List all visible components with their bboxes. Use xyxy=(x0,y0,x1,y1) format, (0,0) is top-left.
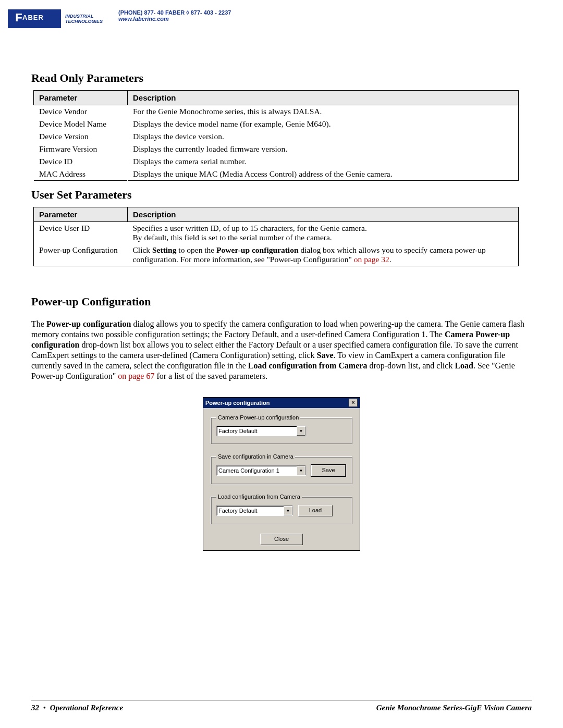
save-button[interactable]: Save xyxy=(311,465,346,476)
dialog-title: Power-up configuration xyxy=(205,400,270,406)
close-button[interactable]: Close xyxy=(260,534,303,545)
col-parameter: Parameter xyxy=(34,207,128,222)
combo-camera-powerup[interactable]: Factory Default ▼ xyxy=(216,426,306,436)
chevron-down-icon: ▼ xyxy=(297,466,305,475)
powerup-paragraph: The Power-up configuration dialog allows… xyxy=(31,319,532,381)
group-load-config: Load configuration from Camera Factory D… xyxy=(211,493,352,524)
close-icon[interactable]: × xyxy=(349,399,358,407)
page-footer: 32 • Operational Reference Genie Monochr… xyxy=(31,704,532,712)
footer-rule xyxy=(31,700,532,700)
document-title: Genie Monochrome Series-GigE Vision Came… xyxy=(376,704,532,712)
contact-block: (PHONE) 877- 40 FABER ◊ 877- 403 - 2237 … xyxy=(118,9,231,22)
table-row: Device VendorFor the Genie Monochrome se… xyxy=(34,105,519,118)
readonly-params-table: Parameter Description Device VendorFor t… xyxy=(33,90,519,181)
group-label: Camera Power-up configuration xyxy=(216,414,300,421)
col-parameter: Parameter xyxy=(34,91,128,105)
table-row: Power-up Configuration Click Setting to … xyxy=(34,244,519,266)
table-row: Device IDDisplays the camera serial numb… xyxy=(34,155,519,168)
heading-readonly: Read Only Parameters xyxy=(31,71,532,85)
col-description: Description xyxy=(128,91,519,105)
logo-text: ABER xyxy=(22,11,56,24)
group-label: Save configuration in Camera xyxy=(216,453,295,460)
group-save-config: Save configuration in Camera Camera Conf… xyxy=(211,453,352,484)
faber-logo: F ABER xyxy=(8,9,60,27)
logo-tagline: Industrial Technologies xyxy=(65,14,103,24)
load-button[interactable]: Load xyxy=(298,505,333,516)
group-camera-powerup: Camera Power-up configuration Factory De… xyxy=(211,414,352,444)
userset-params-table: Parameter Description Device User ID Spe… xyxy=(33,207,519,266)
heading-powerup: Power-up Configuration xyxy=(31,295,532,309)
heading-userset: User Set Parameters xyxy=(31,188,532,202)
xref-link[interactable]: on page 67 xyxy=(116,372,154,380)
powerup-dialog: Power-up configuration × Camera Power-up… xyxy=(203,397,360,551)
table-row: Device User ID Specifies a user written … xyxy=(34,222,519,244)
chevron-down-icon: ▼ xyxy=(297,426,305,436)
logo-letter-f: F xyxy=(15,11,22,24)
table-row: Device Model NameDisplays the device mod… xyxy=(34,118,519,130)
website-url: www.faberinc.com xyxy=(118,16,231,22)
col-description: Description xyxy=(128,207,519,222)
table-row: Device VersionDisplays the device versio… xyxy=(34,130,519,143)
chevron-down-icon: ▼ xyxy=(284,506,292,515)
dialog-titlebar: Power-up configuration × xyxy=(203,398,360,408)
phone-number: (PHONE) 877- 40 FABER ◊ 877- 403 - 2237 xyxy=(118,9,231,16)
combo-load-config[interactable]: Factory Default ▼ xyxy=(216,505,293,516)
xref-link[interactable]: on page 32 xyxy=(352,255,389,264)
table-row: MAC AddressDisplays the unique MAC (Medi… xyxy=(34,168,519,181)
table-row: Firmware VersionDisplays the currently l… xyxy=(34,143,519,155)
combo-save-config[interactable]: Camera Configuration 1 ▼ xyxy=(216,465,306,476)
page-number: 32 xyxy=(31,704,39,712)
group-label: Load configuration from Camera xyxy=(216,493,302,500)
section-name: Operational Reference xyxy=(50,704,123,712)
page-header: F ABER Industrial Technologies (PHONE) 8… xyxy=(8,9,532,27)
